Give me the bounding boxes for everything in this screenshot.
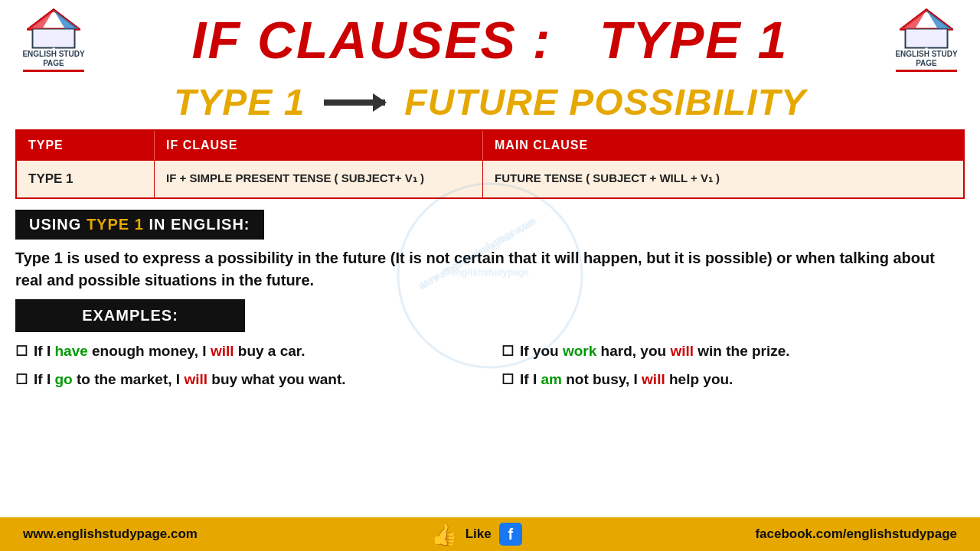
will-3: will xyxy=(670,343,694,359)
type1-description: Type 1 is used to express a possibility … xyxy=(15,247,965,292)
examples-section: EXAMPLES: ☐ If I have enough money, I wi… xyxy=(0,299,980,397)
using-section: USING TYPE 1 IN ENGLISH: Type 1 is used … xyxy=(15,210,965,292)
logo-underline-left xyxy=(23,70,84,72)
logo-text-right: ENGLISH STUDY PAGE xyxy=(895,50,957,68)
table-header-if-clause: IF CLAUSE xyxy=(155,131,483,160)
example-item-4: ☐ If I am not busy, I will help you. xyxy=(501,370,965,390)
like-text: Like xyxy=(466,527,492,542)
subtitle-type: TYPE 1 xyxy=(174,81,305,123)
table-header-row: TYPE IF CLAUSE MAIN CLAUSE xyxy=(17,131,963,160)
footer-center: 👍 Like f xyxy=(431,522,522,547)
svg-marker-2 xyxy=(28,10,54,29)
verb-work: work xyxy=(563,343,596,359)
footer-facebook: facebook.com/englishstudypage xyxy=(755,527,957,542)
logo-right: ENGLISH STUDY PAGE xyxy=(888,8,965,72)
logo-text-left: ENGLISH STUDY PAGE xyxy=(22,50,84,68)
logo-house-left xyxy=(27,8,80,50)
verb-go: go xyxy=(54,371,72,387)
svg-rect-9 xyxy=(906,29,947,47)
table-cell-main-clause: FUTURE TENSE ( SUBJECT + WILL + V₁ ) xyxy=(483,161,963,197)
will-1: will xyxy=(211,343,234,359)
subtitle-bar: TYPE 1 FUTURE POSSIBILITY xyxy=(0,72,980,129)
if-clauses-table: TYPE IF CLAUSE MAIN CLAUSE TYPE 1 IF + S… xyxy=(15,129,965,199)
header: ENGLISH STUDY PAGE IF CLAUSES : TYPE 1 E… xyxy=(0,0,980,72)
table-cell-type: TYPE 1 xyxy=(17,161,155,197)
examples-grid: ☐ If I have enough money, I will buy a c… xyxy=(15,341,965,397)
table-cell-if-clause: IF + SIMPLE PRESENT TENSE ( SUBJECT+ V₁ … xyxy=(155,161,483,197)
facebook-icon: f xyxy=(499,523,522,546)
header-title-area: IF CLAUSES : TYPE 1 xyxy=(92,14,888,66)
example-item-1: ☐ If I have enough money, I will buy a c… xyxy=(15,341,479,362)
examples-col-1: ☐ If I have enough money, I will buy a c… xyxy=(15,341,479,397)
header-title: IF CLAUSES : TYPE 1 xyxy=(92,14,888,66)
example-item-2: ☐ If I go to the market, I will buy what… xyxy=(15,370,479,390)
will-4: will xyxy=(642,371,665,387)
logo-left: ENGLISH STUDY PAGE xyxy=(15,8,92,72)
arrow-icon xyxy=(324,99,385,106)
logo-house-right xyxy=(900,8,953,50)
verb-have: have xyxy=(54,343,87,359)
checkbox-icon-2: ☐ xyxy=(15,370,28,390)
subtitle-future: FUTURE POSSIBILITY xyxy=(404,81,806,123)
checkbox-icon-4: ☐ xyxy=(501,370,514,390)
table-data-row: TYPE 1 IF + SIMPLE PRESENT TENSE ( SUBJE… xyxy=(17,160,963,197)
examples-badge: EXAMPLES: xyxy=(15,299,245,332)
verb-am: am xyxy=(541,371,561,387)
table-header-main-clause: MAIN CLAUSE xyxy=(483,131,963,160)
footer: www.englishstudypage.com 👍 Like f facebo… xyxy=(0,517,980,551)
example-item-3: ☐ If you work hard, you will win the pri… xyxy=(501,341,965,362)
will-2: will xyxy=(184,371,207,387)
thumbs-up-icon: 👍 xyxy=(431,522,458,547)
svg-rect-4 xyxy=(33,29,74,47)
examples-col-2: ☐ If you work hard, you will win the pri… xyxy=(501,341,965,397)
using-badge: USING TYPE 1 IN ENGLISH: xyxy=(15,210,264,240)
table-header-type: TYPE xyxy=(17,131,155,160)
footer-website: www.englishstudypage.com xyxy=(23,527,198,542)
checkbox-icon-3: ☐ xyxy=(501,342,514,361)
logo-underline-right xyxy=(896,70,957,72)
checkbox-icon-1: ☐ xyxy=(15,342,28,361)
